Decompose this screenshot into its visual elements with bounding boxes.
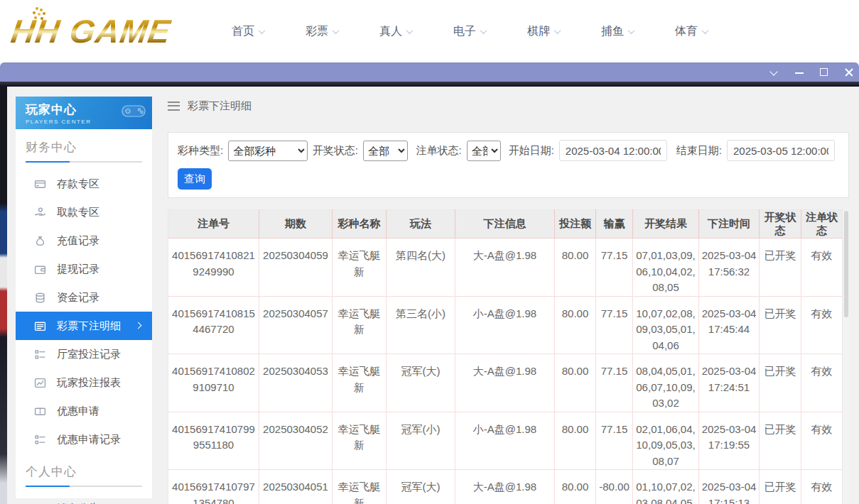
nav-item-label: 电子 — [453, 24, 476, 39]
cell-bet-info: 小-A盘@1.98 — [455, 296, 555, 354]
cell-lottery-name: 幸运飞艇新 — [333, 239, 387, 297]
sidebar-item-label: 彩票下注明细 — [57, 319, 121, 333]
nav-item-label: 彩票 — [306, 24, 328, 39]
cell-draw-status: 已开奖 — [760, 296, 801, 354]
sidebar-item-room-bet-records[interactable]: 厅室投注记录 — [26, 340, 142, 368]
cell-draw-result: 07,01,03,09,06,10,04,02,08,05 — [633, 239, 699, 297]
sidebar-section-items: 消息公告 — [26, 494, 142, 504]
card-icon — [34, 178, 46, 190]
cell-bet-amount: 80.00 — [555, 296, 596, 354]
scrollbar-thumb[interactable] — [844, 211, 848, 317]
nav-item-label: 棋牌 — [527, 24, 550, 39]
menu-toggle-icon[interactable] — [168, 102, 180, 111]
column-header-draw-status: 开奖状态 — [760, 210, 801, 239]
chevron-down-icon — [480, 27, 487, 34]
column-header-order-status: 注单状态 — [801, 210, 843, 239]
window-titlebar — [0, 62, 859, 82]
report-icon — [34, 377, 46, 389]
main-content: 彩票下注明细 彩种类型: 全部彩种 开奖状态: 全部 注单状态: 全部 开始日期… — [168, 97, 849, 504]
nav-item-sports[interactable]: 体育 — [669, 20, 713, 43]
sidebar-item-recharge-records[interactable]: 充值记录 — [26, 226, 142, 255]
minimize-button[interactable] — [794, 67, 805, 78]
cell-draw-result: 08,04,05,01,06,07,10,09,03,02 — [633, 354, 699, 412]
filter-panel: 彩种类型: 全部彩种 开奖状态: 全部 注单状态: 全部 开始日期: 结束日期:… — [168, 132, 849, 198]
cell-order-no: 401569174107999551180 — [168, 412, 259, 470]
coins-icon — [34, 292, 46, 304]
bet-details-table: 注单号期数彩种名称玩法下注信息投注额输赢开奖结果下注时间开奖状态注单状态 401… — [168, 209, 843, 504]
chevron-down-icon — [769, 67, 777, 75]
cell-order-no: 401569174108219249990 — [168, 239, 259, 297]
cell-draw-result: 01,10,07,02,03,08,04,05,06,09 — [633, 470, 699, 504]
table-row: 40156917410821924999020250304059幸运飞艇新第四名… — [168, 239, 843, 297]
sidebar-item-lottery-bet-details[interactable]: 彩票下注明细 — [16, 312, 152, 340]
sidebar-item-label: 玩家投注报表 — [57, 376, 121, 390]
order-status-label: 注单状态: — [416, 144, 461, 158]
cell-order-status: 有效 — [801, 412, 843, 470]
cell-draw-status: 已开奖 — [760, 412, 801, 470]
chevron-down-icon — [259, 27, 266, 34]
player-center-window: 玩家中心 PLAYERS CENTER 财务中心存款专区取款专区充值记录提现记录… — [7, 87, 859, 504]
sidebar-section-items: 存款专区取款专区充值记录提现记录资金记录彩票下注明细厅室投注记录玩家投注报表优惠… — [26, 170, 142, 454]
sidebar-section-title: 财务中心 — [26, 139, 142, 155]
nav-item-home[interactable]: 首页 — [226, 20, 270, 43]
cell-bet-info: 小-A盘@1.98 — [455, 412, 555, 470]
order-status-select[interactable]: 全部 — [467, 141, 501, 161]
chevron-down-icon — [406, 27, 414, 34]
ticket-list-icon — [34, 320, 46, 332]
sidebar: 玩家中心 PLAYERS CENTER 财务中心存款专区取款专区充值记录提现记录… — [16, 97, 152, 498]
draw-status-select[interactable]: 全部 — [363, 141, 409, 161]
end-date-input[interactable] — [727, 140, 835, 161]
column-header-draw-result: 开奖结果 — [633, 210, 699, 239]
site-header: HH GAME 首页彩票真人电子棋牌捕鱼体育 — [0, 0, 859, 62]
breadcrumb: 彩票下注明细 — [168, 97, 849, 115]
sidebar-item-label: 存款专区 — [57, 177, 99, 191]
cell-bet-time: 2025-03-04 17:15:13 — [699, 470, 760, 504]
cell-play-type: 冠军(小) — [387, 412, 455, 470]
maximize-button[interactable] — [819, 67, 830, 78]
sidebar-item-withdraw-records[interactable]: 提现记录 — [26, 255, 142, 283]
nav-item-boardgames[interactable]: 棋牌 — [522, 20, 566, 43]
cell-period: 20250304057 — [259, 296, 333, 354]
cell-bet-time: 2025-03-04 17:19:55 — [699, 412, 760, 470]
sidebar-item-label: 取款专区 — [57, 206, 99, 219]
close-button[interactable] — [843, 67, 855, 78]
lottery-type-select[interactable]: 全部彩种 — [228, 141, 308, 161]
column-header-bet-amount: 投注额 — [555, 210, 596, 239]
sidebar-item-announcements[interactable]: 消息公告 — [26, 494, 142, 504]
start-date-label: 开始日期: — [509, 144, 554, 158]
sidebar-item-promo-apply[interactable]: 优惠申请 — [26, 397, 142, 425]
start-date-input[interactable] — [559, 140, 667, 161]
table-header-row: 注单号期数彩种名称玩法下注信息投注额输赢开奖结果下注时间开奖状态注单状态 — [168, 210, 843, 239]
cell-order-status: 有效 — [801, 354, 843, 412]
sidebar-item-label: 优惠申请记录 — [57, 433, 121, 447]
cell-draw-status: 已开奖 — [760, 354, 801, 412]
minimize-icon — [795, 72, 804, 74]
cell-win-loss: -80.00 — [596, 470, 633, 504]
sidebar-item-player-bet-report[interactable]: 玩家投注报表 — [26, 368, 142, 397]
nav-item-slots[interactable]: 电子 — [448, 20, 492, 43]
sidebar-item-deposit-zone[interactable]: 存款专区 — [26, 170, 142, 198]
column-header-lottery-name: 彩种名称 — [333, 210, 387, 239]
background-page-strip — [0, 87, 7, 504]
list-icon — [34, 434, 46, 446]
nav-item-fishing[interactable]: 捕鱼 — [595, 20, 639, 43]
draw-status-label: 开奖状态: — [313, 144, 358, 158]
sidebar-item-withdraw-zone[interactable]: 取款专区 — [26, 198, 142, 226]
query-button[interactable]: 查询 — [178, 168, 212, 190]
sidebar-item-funds-records[interactable]: 资金记录 — [26, 283, 142, 312]
window-dropdown-button[interactable] — [769, 67, 780, 78]
sidebar-item-promo-apply-records[interactable]: 优惠申请记录 — [26, 425, 142, 454]
chevron-down-icon — [628, 27, 635, 34]
coupon-icon — [34, 405, 46, 417]
cell-lottery-name: 幸运飞艇新 — [333, 296, 387, 354]
nav-item-live[interactable]: 真人 — [374, 20, 418, 43]
vertical-scrollbar[interactable] — [843, 209, 849, 504]
nav-item-lottery[interactable]: 彩票 — [300, 20, 344, 43]
section-divider — [26, 486, 142, 487]
cell-period: 20250304051 — [259, 470, 333, 504]
cell-order-status: 有效 — [801, 239, 843, 297]
gamepad-icon — [121, 102, 146, 123]
window-controls — [769, 62, 855, 82]
column-header-period: 期数 — [259, 210, 333, 239]
wallet-icon — [34, 263, 46, 275]
